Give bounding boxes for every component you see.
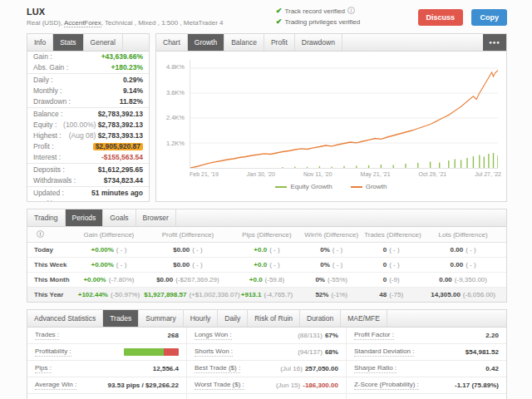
cell-gain: +102.44%(-50.97%): [76, 288, 143, 302]
x-axis-label: Oct 29, '21: [419, 171, 447, 177]
cell-win: 0%( - ): [300, 258, 362, 272]
stat-longs-won: Longs Won :(88/131)67%: [187, 328, 347, 343]
trades-stat-row: Trades :268 Longs Won :(88/131)67% Profi…: [27, 328, 506, 344]
tab-balance[interactable]: Balance: [224, 34, 264, 51]
tab-stats[interactable]: Stats: [53, 34, 83, 51]
x-axis-labels: Feb 21, '19 Jan 30, '20 Nov 11, '20 May …: [156, 169, 506, 177]
stat-row-abs-gain: Abs. Gain :+180.23%: [27, 62, 149, 73]
tab-risk-of-ruin[interactable]: Risk of Ruin: [248, 310, 300, 327]
cell-lots: 0.00(-9,350.00): [420, 273, 506, 287]
period-label: This Month: [27, 273, 76, 287]
tab-profit[interactable]: Profit: [264, 34, 295, 51]
stat-row-deposits: Deposits :$1,612,295.65: [27, 163, 149, 175]
account-title-block: LUX Real (USD), AccentForex, Technical ,…: [27, 7, 224, 27]
tab-goals[interactable]: Goals: [103, 209, 135, 226]
tab-periods[interactable]: Periods: [66, 209, 104, 226]
stat-expectancy: Expectancy :46.9 Pips / $10,842.99: [347, 394, 506, 399]
copy-button[interactable]: Copy: [471, 9, 507, 26]
period-label: Today: [27, 243, 76, 257]
tab-trading[interactable]: Trading: [27, 209, 66, 226]
periods-row-this-week: This Week +0.00%( - ) $0.00( - ) +0.0( -…: [27, 258, 506, 273]
trading-privileges-verified: ✔Trading privileges verified: [276, 17, 360, 27]
stat-row-interest: Interest :-$155,563.54: [27, 152, 149, 163]
tab-growth[interactable]: Growth: [188, 34, 224, 51]
chart-tabs: Chart Growth Balance Profit Drawdown ●●●: [156, 34, 506, 52]
stat-row-monthly: Monthly :9.14%: [27, 86, 149, 96]
tab-daily[interactable]: Daily: [218, 310, 248, 327]
stats-panel: Info Stats General Gain :+43,639.66% Abs…: [27, 33, 150, 202]
tab-chart[interactable]: Chart: [156, 34, 188, 51]
trades-panel: Advanced Statistics Trades Summary Hourl…: [27, 309, 507, 399]
cell-pips: +0.0(-59.8): [234, 273, 301, 287]
stat-row-drawdown: Drawdown :11.82%: [27, 96, 149, 107]
cell-trades: 0(-9): [362, 273, 420, 287]
x-axis-label: Feb 21, '19: [190, 171, 219, 177]
stat-z-score: Z-Score (Probability) :-1.17 (75.89%): [347, 377, 506, 393]
cell-profit: $1,927,898.57(+$1,002,336.07): [142, 288, 233, 302]
stats-tabs: Info Stats General: [27, 34, 149, 52]
cell-gain: +0.00%( - ): [76, 243, 143, 257]
tab-general[interactable]: General: [84, 34, 123, 51]
broker-link[interactable]: AccentForex: [64, 19, 101, 27]
tab-drawdown[interactable]: Drawdown: [295, 34, 342, 51]
y-axis-label: 3.6K%: [158, 89, 185, 96]
stat-best-trade-pips: Best Trade (Pips) :(Mar 30)2,083.0: [187, 394, 347, 399]
cell-pips: +913.1(-4,765.7): [234, 288, 301, 302]
page: LUX Real (USD), AccentForex, Technical ,…: [0, 0, 532, 399]
equity-swatch-icon: [275, 186, 287, 188]
stat-trades: Trades :268: [27, 328, 187, 343]
periods-tabs: Trading Periods Goals Browser: [27, 209, 506, 227]
growth-swatch-icon: [351, 186, 362, 188]
stat-average-win: Average Win :93.53 pips / $29,266.22: [27, 377, 187, 393]
x-axis-label: Nov 11, '20: [303, 171, 332, 177]
tab-summary[interactable]: Summary: [139, 310, 183, 327]
header-buttons: Discuss Copy: [413, 8, 507, 26]
cell-gain: +0.00%( - ): [76, 258, 143, 272]
column-header-pips: Pips (Difference): [234, 228, 301, 242]
info-icon[interactable]: i: [347, 7, 355, 14]
cell-trades: 0( - ): [362, 258, 420, 272]
column-header-profit: Profit (Difference): [142, 228, 233, 242]
info-icon[interactable]: i: [37, 230, 44, 238]
stat-row-equity: Equity :(100.00%) $2,783,392.13: [27, 120, 149, 131]
plot-area: [190, 60, 498, 169]
account-header: LUX Real (USD), AccentForex, Technical ,…: [27, 6, 507, 27]
discuss-button[interactable]: Discuss: [418, 9, 464, 26]
trades-stat-row: Pips :12,556.4 Best Trade ($) :(Jul 16)2…: [27, 361, 506, 377]
tab-info[interactable]: Info: [27, 34, 53, 51]
chart-legend: Equity Growth Growth: [156, 177, 506, 190]
cell-profit: $0.00(-$267,369.29): [142, 273, 233, 287]
main-row: Info Stats General Gain :+43,639.66% Abs…: [27, 33, 507, 202]
stat-profit-factor: Profit Factor :2.20: [347, 328, 506, 343]
tab-advanced-statistics[interactable]: Advanced Statistics: [27, 310, 103, 327]
tab-duration[interactable]: Duration: [300, 310, 341, 327]
tab-hourly[interactable]: Hourly: [184, 310, 219, 327]
cell-win: 52%(-1%): [300, 288, 362, 302]
cell-trades: 48(-75): [362, 288, 420, 302]
tab-trades[interactable]: Trades: [103, 310, 139, 327]
y-axis-label: 4.8K%: [158, 63, 185, 71]
tab-mae-mfe[interactable]: MAE/MFE: [341, 310, 387, 327]
verification-block: ✔Track record verifiedi ✔Trading privile…: [276, 6, 360, 27]
stat-row-highest: Highest :(Aug 08) $2,783,393.13: [27, 131, 149, 141]
column-header-trades: Trades (Difference): [362, 228, 420, 242]
column-header-lots: Lots (Difference): [420, 228, 506, 242]
cell-pips: +0.0( - ): [234, 258, 301, 272]
cell-win: 0%(-55%): [300, 273, 362, 287]
stat-profitability: Profitability :: [27, 344, 187, 360]
stat-row-balance: Balance :$2,783,392.13: [27, 107, 149, 120]
stat-shorts-won: Shorts Won :(94/137)68%: [187, 344, 347, 360]
chart-menu-button[interactable]: ●●●: [483, 34, 506, 51]
growth-chart: 4.8K% 3.6K% 2.4K% 1.2K%: [156, 52, 506, 169]
periods-panel: Trading Periods Goals Browser i Gain (Di…: [27, 209, 507, 303]
stat-row-withdrawals: Withdrawals :$734,823.44: [27, 175, 149, 186]
tab-browser[interactable]: Browser: [136, 209, 176, 226]
check-icon: ✔: [276, 17, 283, 26]
y-axis-label: 1.2K%: [158, 140, 185, 147]
stat-row-gain: Gain :+43,639.66%: [27, 52, 149, 62]
periods-row-today: Today +0.00%( - ) $0.00( - ) +0.0( - ) 0…: [27, 243, 506, 258]
stat-row-updated: Updated :51 minutes ago: [27, 186, 149, 199]
stat-worst-trade-usd: Worst Trade ($) :(Jun 15)-186,300.00: [187, 377, 347, 393]
cell-profit: $0.00( - ): [142, 243, 233, 257]
account-type: Real (USD),: [27, 19, 62, 27]
